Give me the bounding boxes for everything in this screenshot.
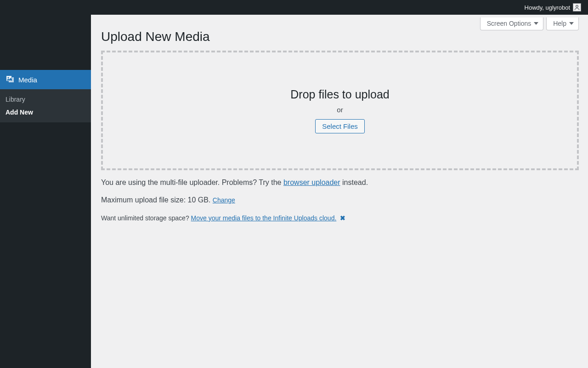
dropzone-or: or [337,106,343,114]
max-size-value: 10 GB. [188,196,211,204]
sidebar-item-media[interactable]: Media [0,70,91,89]
infinite-uploads-promo: Want unlimited storage space? Move your … [101,214,579,222]
dismiss-promo-button[interactable]: ✖ [340,214,345,222]
main-content: Screen Options Help Upload New Media Dro… [91,15,588,368]
admin-menu: Media Library Add New [0,15,91,368]
media-icon [6,75,15,85]
svg-point-1 [8,77,9,78]
screen-options-label: Screen Options [487,20,531,27]
admin-toolbar: Howdy, uglyrobot [0,0,588,15]
chevron-down-icon [569,22,574,25]
dropzone-title: Drop files to upload [290,88,389,101]
select-files-button[interactable]: Select Files [315,119,365,133]
upload-dropzone[interactable]: Drop files to upload or Select Files [101,51,579,170]
max-upload-size: Maximum upload file size: 10 GB. Change [101,196,579,204]
screen-options-button[interactable]: Screen Options [480,17,544,30]
sidebar-subitem-library[interactable]: Library [0,93,91,106]
my-account-link[interactable]: Howdy, uglyrobot [521,3,584,12]
browser-uploader-link[interactable]: browser uploader [283,178,340,186]
change-max-size-link[interactable]: Change [213,196,235,204]
howdy-text: Howdy, uglyrobot [525,4,570,11]
submenu-media: Library Add New [0,89,91,122]
chevron-down-icon [534,22,538,25]
uploader-info: You are using the multi-file uploader. P… [101,178,579,187]
avatar [573,3,581,12]
help-label: Help [553,20,566,27]
infinite-uploads-link[interactable]: Move your media files to the Infinite Up… [191,214,337,222]
sidebar-subitem-add-new[interactable]: Add New [0,106,91,119]
svg-point-0 [576,5,578,7]
help-button[interactable]: Help [546,17,579,30]
sidebar-item-label: Media [18,76,37,84]
screen-meta-links: Screen Options Help [480,17,579,30]
page-wrap: Upload New Media Drop files to upload or… [91,15,588,222]
